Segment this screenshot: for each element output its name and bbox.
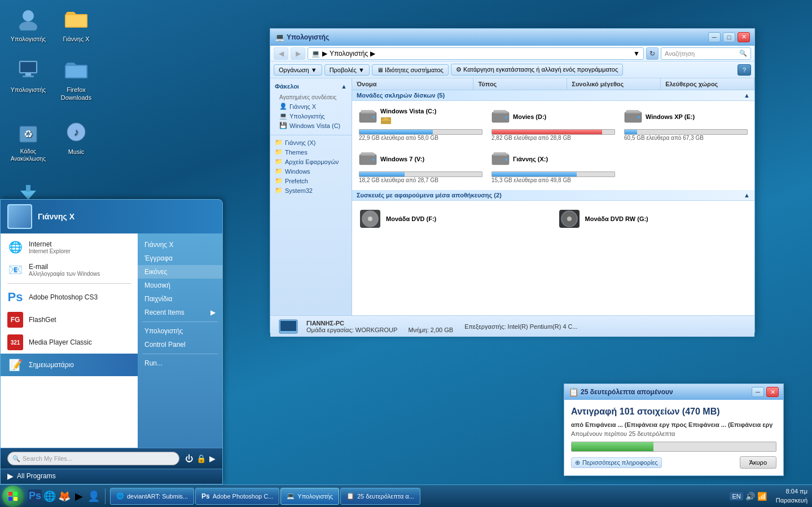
desktop-icon-programmata[interactable]: Γιάννης Χ bbox=[54, 6, 99, 43]
drive-d[interactable]: Movies (D:) 2,82 GB ελεύθερα από 28,8 GB bbox=[489, 105, 617, 143]
drive-c[interactable]: Windows Vista (C:) 22,9 GB ελεύθερα από … bbox=[357, 105, 485, 143]
drives-grid: Windows Vista (C:) 22,9 GB ελεύθερα από … bbox=[352, 101, 754, 190]
copy-details-button[interactable]: ⊕ Περισσότερες πληροφορίες bbox=[571, 457, 662, 468]
desktop-icon-computer[interactable]: Υπολογιστής bbox=[6, 56, 51, 94]
email-sub: Αλληλογραφία των Windows bbox=[29, 271, 100, 277]
sidebar-prefetch[interactable]: 📁 Prefetch bbox=[270, 176, 352, 186]
properties-button[interactable]: 🖥 Ιδιότητες συστήματος bbox=[372, 64, 449, 76]
refresh-button[interactable]: ↻ bbox=[646, 47, 659, 60]
start-item-photoshop[interactable]: Ps Adobe Photoshop CS3 bbox=[1, 286, 138, 308]
taskbar-user-icon[interactable]: 👤 bbox=[87, 490, 100, 503]
back-button[interactable]: ◀ bbox=[274, 47, 288, 60]
sidebar-computer[interactable]: 💻 Υπολογιστής bbox=[275, 111, 347, 121]
mediaplayer-label: Media Player Classic bbox=[29, 338, 131, 346]
sidebar-themes[interactable]: 📁 Themes bbox=[270, 147, 352, 157]
desktop-icon-firefox[interactable]: Firefox Downloads bbox=[54, 56, 99, 102]
right-mousiki[interactable]: Μουσική bbox=[138, 279, 222, 292]
sidebar-giannhs[interactable]: 👤 Γιάννης Χ bbox=[275, 102, 347, 111]
arrow-icon[interactable]: ▶ bbox=[209, 454, 216, 463]
sidebar-giannhs-x[interactable]: 📁 Γιάννης (Χ) bbox=[270, 138, 352, 147]
col-free[interactable]: Ελεύθερος χώρος bbox=[661, 78, 754, 90]
col-type[interactable]: Τύπος bbox=[473, 78, 567, 90]
mediaplayer-icon: 321 bbox=[7, 334, 23, 350]
start-item-mediaplayer[interactable]: 321 Media Player Classic bbox=[1, 331, 138, 354]
views-button[interactable]: Προβολές ▼ bbox=[324, 64, 370, 76]
drive-c-name: Windows Vista (C:) bbox=[380, 108, 436, 114]
desktop-icon-music[interactable]: ♪ Music bbox=[54, 118, 99, 156]
sidebar-windows-vista[interactable]: 💾 Windows Vista (C) bbox=[275, 121, 347, 130]
drive-c-bar-bg bbox=[359, 129, 482, 135]
taskbar-firefox-icon[interactable]: 🦊 bbox=[58, 490, 71, 503]
search-placeholder: Search My Files... bbox=[23, 455, 72, 462]
taskbar-explorer[interactable]: 💻 Υπολογιστής bbox=[280, 488, 339, 505]
drive-e[interactable]: Windows XP (E:) 60,5 GB ελεύθερα από 67,… bbox=[622, 105, 750, 143]
right-paixnidia[interactable]: Παιχνίδια bbox=[138, 292, 222, 306]
col-total[interactable]: Συνολικό μέγεθος bbox=[567, 78, 661, 90]
power-icon[interactable]: ⏻ bbox=[185, 454, 193, 463]
help-button[interactable]: ? bbox=[738, 64, 751, 76]
sidebar-arxeia[interactable]: 📁 Αρχεία Εφαρμογών bbox=[270, 157, 352, 166]
sidebar-windows[interactable]: 📁 Windows bbox=[270, 166, 352, 176]
copy-heading: Αντιγραφή 101 στοιχείων (470 MB) bbox=[571, 407, 776, 417]
search-input[interactable]: Αναζήτηση 🔍 bbox=[661, 47, 751, 60]
right-control[interactable]: Control Panel bbox=[138, 338, 222, 351]
right-ypologistis[interactable]: Υπολογιστής bbox=[138, 324, 222, 338]
right-run[interactable]: Run... bbox=[138, 356, 222, 370]
address-icon: 💻 bbox=[311, 50, 320, 58]
svg-point-25 bbox=[638, 116, 640, 118]
drive-d-info: 2,82 GB ελεύθερα από 28,8 GB bbox=[491, 135, 615, 141]
copy-cancel-button[interactable]: Άκυρο bbox=[740, 456, 776, 469]
copy-close[interactable]: ✕ bbox=[766, 387, 779, 397]
lock-icon[interactable]: 🔒 bbox=[196, 454, 206, 463]
taskbar-ps-icon[interactable]: Ps bbox=[28, 490, 42, 503]
desktop-icon-giannhs[interactable]: Υπολογιστής bbox=[6, 6, 51, 43]
copy-minimize[interactable]: ─ bbox=[752, 387, 764, 397]
maximize-button[interactable]: □ bbox=[723, 32, 735, 42]
email-label: E-mail bbox=[29, 263, 100, 271]
all-programs-btn[interactable]: ▶ All Programs bbox=[1, 469, 222, 484]
col-name[interactable]: Όνομα bbox=[352, 78, 473, 90]
drive-x[interactable]: Γιάννης (Χ:) 15,3 GB ελεύθερα από 49,8 G… bbox=[489, 148, 617, 186]
taskbar-clock[interactable]: 8:04 πμ Παρασκευή bbox=[771, 487, 812, 505]
desktop-icon-label: Υπολογιστής bbox=[11, 35, 46, 43]
dvd-f[interactable]: Μονάδα DVD (F:) bbox=[357, 205, 551, 232]
start-button[interactable] bbox=[2, 486, 24, 507]
internet-sub: Internet Explorer bbox=[29, 248, 71, 254]
taskbar-deviantart[interactable]: 🌐 deviantART: Submis... bbox=[110, 488, 194, 505]
dvd-g[interactable]: Μονάδα DVD RW (G:) bbox=[556, 205, 750, 232]
minimize-button[interactable]: ─ bbox=[708, 32, 721, 42]
desktop-icon-recycle[interactable]: ♻ ΚάδοςΑνακύκλωσης bbox=[6, 118, 51, 162]
drive-v[interactable]: Windows 7 (V:) 18,2 GB ελεύθερα από 28,7… bbox=[357, 148, 485, 186]
svg-point-29 bbox=[372, 158, 375, 161]
explorer-window: 💻 Υπολογιστής ─ □ ✕ ◀ ▶ 💻 ▶ Υπολογιστής … bbox=[270, 28, 755, 333]
organize-button[interactable]: Οργάνωση ▼ bbox=[274, 64, 322, 76]
start-item-notepad[interactable]: 📝 Σημειωματάριο bbox=[1, 354, 138, 376]
start-search-box[interactable]: 🔍 Search My Files... bbox=[7, 452, 179, 465]
folder-icon-system32: 📁 bbox=[275, 187, 283, 194]
close-button[interactable]: ✕ bbox=[738, 32, 750, 42]
address-text: ▶ bbox=[322, 50, 327, 58]
taskbar-ie-icon[interactable]: 🌐 bbox=[43, 490, 56, 503]
taskbar-wmp-icon[interactable]: ▶ bbox=[72, 490, 86, 503]
address-bar[interactable]: 💻 ▶ Υπολογιστής ▶ ▼ bbox=[308, 47, 644, 60]
notepad-label: Σημειωματάριο bbox=[29, 361, 131, 369]
start-item-internet[interactable]: 🌐 Internet Internet Explorer bbox=[1, 236, 138, 258]
right-eggafa[interactable]: Έγγραφα bbox=[138, 252, 222, 265]
taskbar-copy[interactable]: 📋 25 δευτερόλεπτα α... bbox=[340, 488, 420, 505]
start-item-email[interactable]: 📧 E-mail Αλληλογραφία των Windows bbox=[1, 258, 138, 281]
sidebar-system32[interactable]: 📁 System32 bbox=[270, 186, 352, 195]
uninstall-icon: ⚙ bbox=[456, 66, 462, 73]
uninstall-button[interactable]: ⚙ Κατάργηση εγκατάστασης ή αλλαγή ενός π… bbox=[451, 64, 623, 76]
start-menu-right-panel: Γιάννης Χ Έγγραφα Εικόνες Μουσική Παιχνί… bbox=[138, 233, 222, 448]
address-value: Υπολογιστής bbox=[330, 50, 368, 58]
right-recent[interactable]: Recent Items ▶ bbox=[138, 306, 222, 319]
right-giannhs[interactable]: Γιάννης Χ bbox=[138, 238, 222, 252]
speaker-icon: 🔊 bbox=[745, 492, 755, 501]
forward-button[interactable]: ▶ bbox=[291, 47, 305, 60]
drive-c-info: 22,9 GB ελεύθερα από 58,0 GB bbox=[359, 135, 482, 141]
svg-rect-20 bbox=[494, 110, 506, 112]
folder-icon-prefetch: 📁 bbox=[275, 177, 283, 184]
taskbar-photoshop[interactable]: Ps Adobe Photoshop C... bbox=[195, 488, 279, 505]
right-eikones[interactable]: Εικόνες bbox=[138, 265, 222, 279]
start-item-flashget[interactable]: FG FlashGet bbox=[1, 308, 138, 331]
